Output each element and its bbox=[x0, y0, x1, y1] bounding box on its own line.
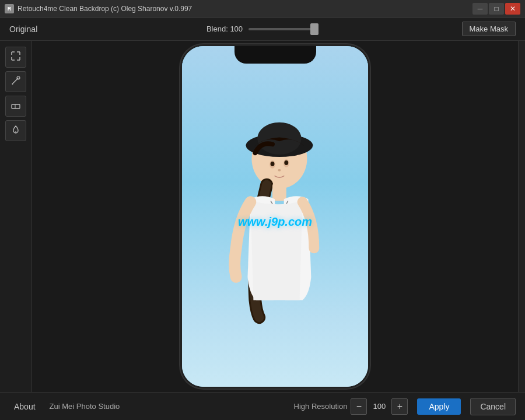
original-label: Original bbox=[9, 24, 37, 34]
blend-label: Blend: 100 bbox=[206, 24, 243, 33]
studio-label: Zui Mei Photo Studio bbox=[50, 402, 120, 411]
right-scrollbar[interactable] bbox=[518, 41, 525, 392]
bottom-bar: About Zui Mei Photo Studio High Resoluti… bbox=[0, 392, 525, 420]
toolbar-right: Make Mask bbox=[347, 22, 516, 36]
blend-slider[interactable] bbox=[249, 28, 318, 30]
svg-point-21 bbox=[284, 160, 288, 165]
resolution-plus-button[interactable]: + bbox=[391, 398, 408, 415]
cancel-button[interactable]: Cancel bbox=[470, 398, 516, 415]
about-button[interactable]: About bbox=[9, 400, 40, 414]
toolbar-center: Blend: 100 bbox=[178, 24, 346, 33]
main-container: Original Blend: 100 Make Mask bbox=[0, 18, 525, 420]
phone-image: www.j9p.com bbox=[182, 46, 368, 387]
svg-point-22 bbox=[278, 169, 281, 172]
watermark: www.j9p.com bbox=[238, 215, 312, 229]
brush-icon bbox=[10, 75, 21, 88]
svg-rect-17 bbox=[272, 184, 286, 201]
svg-point-20 bbox=[271, 162, 275, 166]
resolution-value: 100 bbox=[370, 402, 388, 411]
brush-tool-button[interactable] bbox=[5, 71, 26, 92]
phone-frame: www.j9p.com bbox=[180, 44, 370, 388]
eraser-tool-button[interactable] bbox=[5, 96, 26, 117]
window-title: Retouch4me Clean Backdrop (c) Oleg Sharo… bbox=[18, 5, 192, 13]
dropper-icon bbox=[10, 124, 21, 137]
make-mask-button[interactable]: Make Mask bbox=[462, 22, 516, 36]
canvas-area[interactable]: www.j9p.com bbox=[32, 41, 518, 392]
window-controls: ─ □ ✕ bbox=[473, 3, 520, 15]
resolution-label: High Resolution bbox=[294, 402, 348, 411]
expand-tool-button[interactable] bbox=[5, 47, 26, 68]
toolbar-left: Original bbox=[9, 24, 178, 34]
content-area: www.j9p.com bbox=[0, 41, 525, 392]
resolution-controls: High Resolution − 100 + bbox=[294, 398, 408, 415]
eraser-icon bbox=[10, 100, 21, 113]
expand-icon bbox=[10, 51, 21, 64]
dropper-tool-button[interactable] bbox=[5, 120, 26, 141]
close-button[interactable]: ✕ bbox=[505, 3, 520, 15]
phone-notch bbox=[235, 46, 316, 64]
app-icon: R bbox=[5, 4, 14, 13]
minimize-button[interactable]: ─ bbox=[473, 3, 488, 15]
svg-rect-10 bbox=[12, 104, 20, 108]
maximize-button[interactable]: □ bbox=[489, 3, 504, 15]
titlebar-left: R Retouch4me Clean Backdrop (c) Oleg Sha… bbox=[5, 4, 192, 13]
left-toolbar bbox=[0, 41, 32, 392]
top-toolbar: Original Blend: 100 Make Mask bbox=[0, 18, 525, 41]
titlebar: R Retouch4me Clean Backdrop (c) Oleg Sha… bbox=[0, 0, 525, 18]
apply-button[interactable]: Apply bbox=[417, 398, 461, 415]
resolution-minus-button[interactable]: − bbox=[351, 398, 367, 415]
